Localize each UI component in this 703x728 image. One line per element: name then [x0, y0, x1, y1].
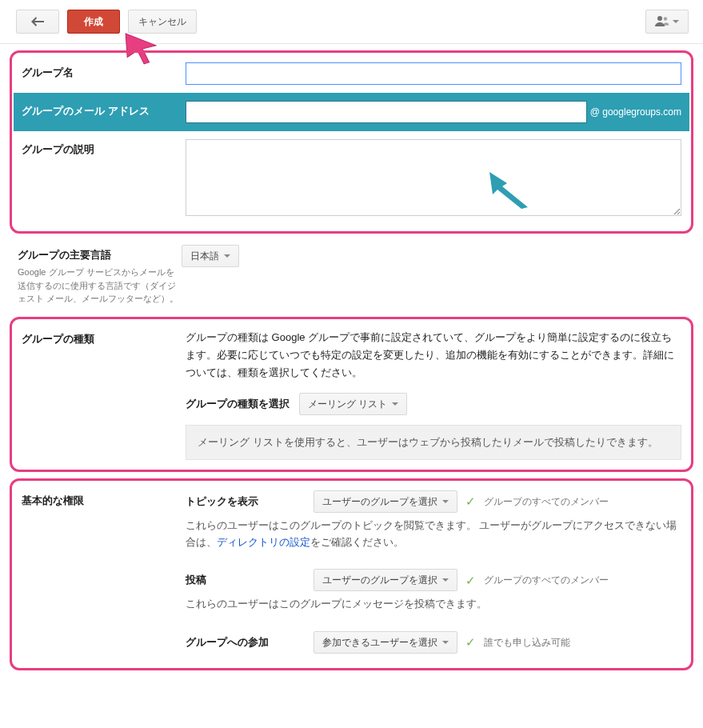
label-group-type: グループの種類 [22, 329, 186, 346]
group-type-info: メーリング リストを使用すると、ユーザーはウェブから投稿したりメールで投稿したり… [186, 425, 681, 460]
label-group-desc: グループの説明 [22, 139, 186, 157]
create-button[interactable]: 作成 [67, 10, 120, 34]
perm-join-title: グループへの参加 [186, 634, 306, 651]
group-type-select[interactable]: メーリング リスト [299, 393, 407, 415]
chevron-down-icon [442, 641, 449, 644]
label-language: グループの主要言語 Google グループ サービスからメールを送信するのに使用… [18, 245, 182, 306]
group-name-input[interactable] [186, 62, 681, 85]
perm-post-desc: これらのユーザーはこのグループにメッセージを投稿できます。 [186, 596, 681, 613]
label-language-sub: Google グループ サービスからメールを送信するのに使用する言語です（ダイジ… [18, 266, 182, 306]
chevron-down-icon [392, 402, 398, 406]
svg-point-1 [664, 17, 667, 20]
group-desc-textarea[interactable] [186, 139, 681, 216]
row-language: グループの主要言語 Google グループ サービスからメールを送信するのに使用… [18, 240, 685, 310]
group-type-desc: グループの種類は Google グループで事前に設定されていて、グループをより簡… [186, 329, 681, 382]
perm-post-select[interactable]: ユーザーのグループを選択 [314, 569, 457, 591]
perm-join: グループへの参加 参加できるユーザーを選択 ✓ 誰でも申し込み可能 [186, 631, 681, 654]
highlight-basic-info: グループ名 グループのメール アドレス @ googlegroups.com グ… [10, 50, 693, 234]
highlight-group-type: グループの種類 グループの種類は Google グループで事前に設定されていて、… [10, 317, 693, 472]
chevron-down-icon [673, 20, 679, 23]
perm-topic-desc: これらのユーザーはこのグループのトピックを閲覧できます。 ユーザーがグループにア… [186, 518, 681, 552]
chevron-down-icon [224, 254, 230, 258]
perm-topic-title: トピックを表示 [186, 493, 306, 510]
row-group-type: グループの種類 グループの種類は Google グループで事前に設定されていて、… [14, 321, 689, 468]
perm-topic: トピックを表示 ユーザーのグループを選択 ✓ グループのすべてのメンバー これら… [186, 490, 681, 552]
back-button[interactable] [16, 10, 59, 34]
row-permissions: 基本的な権限 トピックを表示 ユーザーのグループを選択 ✓ グループのすべてのメ… [14, 482, 689, 666]
label-permissions: 基本的な権限 [22, 490, 186, 508]
chevron-down-icon [442, 500, 449, 503]
language-select[interactable]: 日本語 [182, 245, 239, 267]
check-icon: ✓ [465, 632, 476, 653]
perm-join-all: 誰でも申し込み可能 [484, 634, 570, 650]
row-group-name: グループ名 [14, 54, 689, 93]
check-icon: ✓ [465, 491, 476, 512]
toolbar: 作成 キャンセル [0, 0, 703, 44]
manage-members-button[interactable] [645, 10, 689, 34]
row-group-desc: グループの説明 [14, 131, 689, 230]
directory-settings-link[interactable]: ディレクトリの設定 [217, 537, 310, 548]
perm-post-title: 投稿 [186, 571, 306, 589]
row-group-email: グループのメール アドレス @ googlegroups.com [14, 93, 689, 131]
perm-join-select[interactable]: 参加できるユーザーを選択 [314, 631, 457, 654]
person-add-icon [655, 15, 669, 29]
email-domain-suffix: @ googlegroups.com [590, 104, 681, 120]
svg-point-0 [657, 16, 662, 21]
perm-post: 投稿 ユーザーのグループを選択 ✓ グループのすべてのメンバー これらのユーザー… [186, 569, 681, 613]
highlight-permissions: 基本的な権限 トピックを表示 ユーザーのグループを選択 ✓ グループのすべてのメ… [10, 478, 693, 670]
check-icon: ✓ [465, 570, 476, 591]
chevron-down-icon [442, 578, 449, 582]
group-email-input[interactable] [186, 101, 587, 123]
cancel-button[interactable]: キャンセル [128, 10, 197, 34]
label-group-name: グループ名 [22, 62, 186, 80]
arrow-left-icon [31, 17, 44, 26]
perm-topic-all: グループのすべてのメンバー [484, 494, 609, 510]
label-group-email: グループのメール アドレス [22, 101, 186, 118]
perm-topic-select[interactable]: ユーザーのグループを選択 [314, 490, 457, 513]
perm-post-all: グループのすべてのメンバー [484, 572, 609, 588]
label-group-type-select: グループの種類を選択 [186, 398, 290, 410]
